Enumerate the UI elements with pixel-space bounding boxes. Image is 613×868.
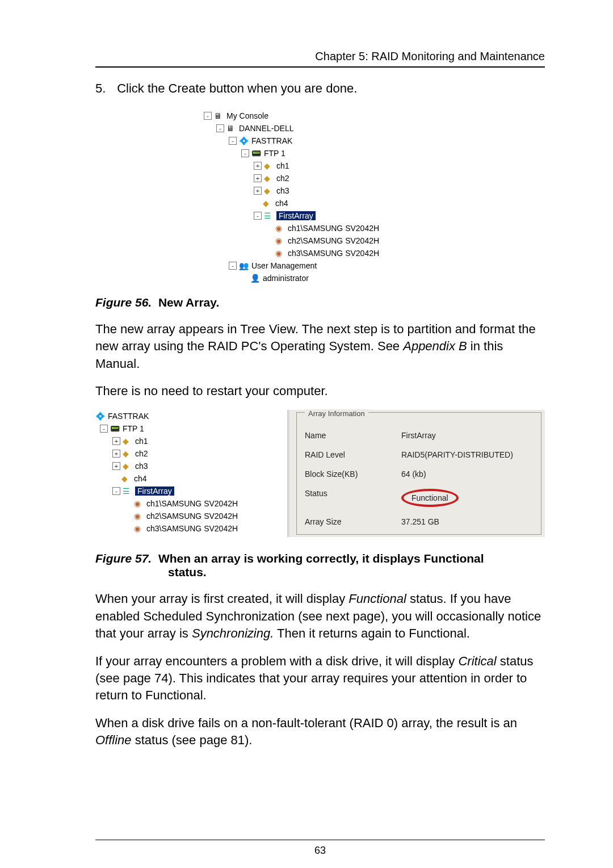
tree-label: DANNEL-DELL: [239, 124, 293, 133]
tree-node-ftp[interactable]: - FTP 1: [204, 147, 436, 160]
tree-node-ch1[interactable]: + ch1: [204, 160, 436, 172]
info-raid-value: RAID5(PARITY-DISTRIBUTED): [401, 450, 513, 459]
info-name-label: Name: [305, 431, 401, 440]
info-size-label: Array Size: [305, 517, 401, 526]
figure56-label: Figure 56.: [95, 296, 152, 309]
disk-icon: [275, 249, 285, 258]
step-number: 5.: [95, 81, 114, 96]
tree-label: ch2: [135, 449, 148, 458]
tree-node-ftp[interactable]: - FTP 1: [95, 422, 277, 435]
users-icon: [239, 261, 249, 270]
tree-label: ch2\SAMSUNG SV2042H: [146, 511, 238, 521]
channel-icon: [121, 474, 132, 483]
array-icon: [264, 211, 274, 220]
card-icon: [239, 136, 249, 145]
tree-node-card[interactable]: - FASTTRAK: [204, 135, 436, 147]
expand-icon[interactable]: +: [112, 437, 120, 445]
user-icon: [250, 274, 261, 283]
page-footer: 63: [95, 840, 545, 857]
text: If your array encounters a problem with …: [95, 654, 458, 668]
collapse-icon[interactable]: -: [229, 262, 237, 270]
tree-node-disk1[interactable]: ch1\SAMSUNG SV2042H: [95, 497, 277, 510]
figure57-title-a: When an array is working correctly, it d…: [158, 552, 484, 565]
fieldset-legend: Array Information: [305, 409, 368, 418]
figure57-label: Figure 57.: [95, 552, 152, 565]
info-block-label: Block Size(KB): [305, 469, 401, 479]
collapse-icon[interactable]: -: [216, 124, 224, 132]
collapse-icon[interactable]: -: [229, 137, 237, 145]
tree-node-ch2[interactable]: + ch2: [95, 447, 277, 460]
tree-node-myconsole[interactable]: - My Console: [204, 110, 436, 122]
tree-label: ch2\SAMSUNG SV2042H: [288, 236, 379, 245]
chapter-header: Chapter 5: RAID Monitoring and Maintenan…: [95, 50, 545, 68]
collapse-icon[interactable]: -: [100, 425, 108, 433]
tree-node-host[interactable]: - DANNEL-DELL: [204, 122, 436, 135]
tree-label-selected: FirstArray: [135, 487, 174, 496]
tree-node-admin[interactable]: administrator: [204, 272, 436, 284]
collapse-icon[interactable]: -: [241, 149, 249, 157]
tree-node-disk1[interactable]: ch1\SAMSUNG SV2042H: [204, 222, 436, 234]
info-block-value: 64 (kb): [401, 469, 426, 479]
tree-label: ch1\SAMSUNG SV2042H: [146, 499, 238, 508]
expand-icon[interactable]: +: [254, 174, 262, 182]
collapse-icon[interactable]: -: [204, 112, 212, 120]
expand-icon[interactable]: +: [112, 462, 120, 470]
status-highlight-circle: Functional: [401, 489, 459, 507]
tree-label: FTP 1: [264, 149, 285, 158]
paragraph-2: There is no need to restart your compute…: [95, 383, 545, 400]
collapse-icon[interactable]: -: [254, 212, 262, 220]
tree-label: ch1: [276, 161, 289, 170]
figure56-tree: - My Console - DANNEL-DELL - FASTTRAK - …: [204, 110, 436, 284]
tree-label: FASTTRAK: [108, 412, 149, 421]
info-size-value: 37.251 GB: [401, 517, 439, 526]
tree-node-card[interactable]: FASTTRAK: [95, 410, 277, 422]
tree-node-ch3[interactable]: + ch3: [204, 184, 436, 197]
tree-node-disk2[interactable]: ch2\SAMSUNG SV2042H: [95, 510, 277, 522]
tree-label: ch3: [276, 186, 289, 195]
text-italic: Synchronizing.: [192, 626, 274, 640]
tree-node-ch2[interactable]: + ch2: [204, 172, 436, 184]
disk-icon: [134, 524, 144, 533]
paragraph-5: When a disk drive fails on a non-fault-t…: [95, 715, 545, 749]
text: When a disk drive fails on a non-fault-t…: [95, 716, 517, 730]
channel-icon: [264, 186, 274, 195]
tree-node-disk3[interactable]: ch3\SAMSUNG SV2042H: [95, 522, 277, 535]
splitter[interactable]: [287, 410, 291, 537]
tree-label: ch3: [135, 462, 148, 471]
step-text: Click the Create button when you are don…: [117, 81, 357, 95]
tree-node-ch4[interactable]: ch4: [204, 197, 436, 209]
info-raid-label: RAID Level: [305, 450, 401, 459]
tree-label: ch2: [276, 174, 289, 183]
tree-node-disk3[interactable]: ch3\SAMSUNG SV2042H: [204, 247, 436, 259]
tree-label: ch3\SAMSUNG SV2042H: [146, 524, 238, 533]
array-icon: [123, 487, 133, 496]
tree-label: ch3\SAMSUNG SV2042H: [288, 249, 379, 258]
tree-node-array[interactable]: - FirstArray: [204, 209, 436, 222]
expand-icon[interactable]: +: [112, 450, 120, 458]
tree-node-ch1[interactable]: + ch1: [95, 435, 277, 447]
text-italic: Appendix B: [403, 339, 467, 353]
tree-node-usermgmt[interactable]: - User Management: [204, 259, 436, 272]
tree-node-ch3[interactable]: + ch3: [95, 460, 277, 472]
card-icon: [95, 412, 106, 421]
figure57-title-b: status.: [168, 565, 545, 579]
text-italic: Functional: [349, 592, 406, 606]
collapse-icon[interactable]: -: [112, 487, 120, 495]
page-number: 63: [314, 845, 326, 856]
tree-node-array[interactable]: - FirstArray: [95, 485, 277, 497]
tree-node-ch4[interactable]: ch4: [95, 472, 277, 485]
channel-icon: [264, 174, 274, 183]
tree-node-disk2[interactable]: ch2\SAMSUNG SV2042H: [204, 234, 436, 247]
text-italic: Critical: [458, 654, 496, 668]
tree-label: FTP 1: [123, 424, 144, 433]
figure57-caption: Figure 57. When an array is working corr…: [95, 552, 545, 579]
disk-icon: [134, 511, 144, 521]
text: status (see page 81).: [132, 733, 253, 747]
disk-icon: [134, 499, 144, 508]
controller-icon: [251, 149, 262, 158]
tree-label: ch4: [134, 474, 147, 483]
expand-icon[interactable]: +: [254, 187, 262, 195]
paragraph-1: The new array appears in Tree View. The …: [95, 321, 545, 372]
channel-icon: [263, 199, 273, 208]
expand-icon[interactable]: +: [254, 162, 262, 170]
